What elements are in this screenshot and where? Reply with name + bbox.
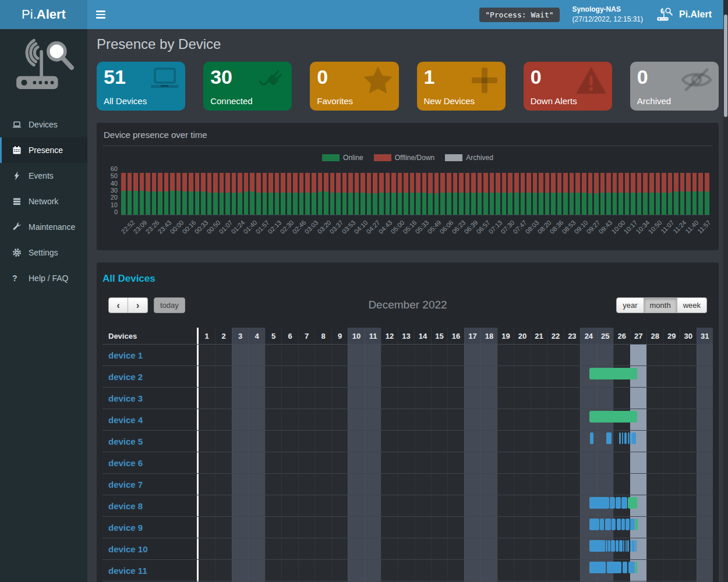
- presence-segment[interactable]: [623, 562, 628, 573]
- day-cell: [564, 517, 580, 538]
- device-link-device-1[interactable]: device 1: [103, 345, 197, 365]
- chart-bar: [238, 165, 242, 215]
- presence-segment[interactable]: [621, 519, 625, 530]
- presence-segment[interactable]: [632, 432, 636, 444]
- sidebar-item-devices[interactable]: Devices: [0, 112, 87, 137]
- presence-segment-online-now[interactable]: [635, 562, 637, 573]
- presence-segment[interactable]: [608, 540, 610, 552]
- calendar-view-week-button[interactable]: week: [677, 297, 707, 313]
- presence-segment[interactable]: [627, 540, 629, 552]
- sidebar-item-presence[interactable]: Presence: [0, 137, 87, 163]
- card-archived[interactable]: 0Archived: [630, 62, 719, 111]
- day-cell: [248, 474, 264, 495]
- sidebar-item-network[interactable]: Network: [0, 189, 87, 214]
- device-link-device-10[interactable]: device 10: [103, 538, 197, 559]
- presence-segment[interactable]: [632, 540, 635, 552]
- presence-segment[interactable]: [606, 432, 612, 444]
- device-link-device-8[interactable]: device 8: [103, 495, 197, 516]
- presence-segment[interactable]: [619, 432, 621, 444]
- presence-segment[interactable]: [616, 497, 621, 509]
- scrollbar-thumb[interactable]: [724, 15, 727, 117]
- day-cell: [680, 474, 696, 495]
- sidebar-item-settings[interactable]: Settings: [0, 240, 87, 265]
- presence-segment[interactable]: [612, 519, 616, 530]
- presence-segment[interactable]: [628, 432, 630, 444]
- device-presence-track: [199, 560, 713, 581]
- device-link-device-11[interactable]: device 11: [103, 560, 197, 581]
- day-cell: [398, 345, 414, 365]
- day-cell: [514, 409, 530, 430]
- presence-segment[interactable]: [611, 540, 615, 552]
- presence-segment[interactable]: [630, 519, 635, 530]
- presence-segment-online-now[interactable]: [589, 368, 638, 379]
- presence-segment[interactable]: [617, 519, 621, 530]
- sidebar-toggle-button[interactable]: [87, 0, 114, 29]
- device-row: device 8: [103, 495, 713, 517]
- day-cell: [281, 517, 298, 538]
- chart-bar: [483, 165, 488, 215]
- presence-segment[interactable]: [622, 432, 623, 444]
- day-header-31: 31: [697, 328, 713, 344]
- presence-segment[interactable]: [589, 540, 605, 552]
- presence-segment[interactable]: [621, 497, 627, 509]
- device-link-device-5[interactable]: device 5: [103, 431, 197, 452]
- card-new-devices[interactable]: 1New Devices: [417, 62, 506, 111]
- day-cell: [564, 366, 580, 387]
- device-link-device-6[interactable]: device 6: [103, 452, 197, 473]
- presence-segment-online-now[interactable]: [635, 519, 638, 530]
- device-link-device-9[interactable]: device 9: [103, 517, 197, 538]
- app-logo[interactable]: Pi.Alert: [0, 0, 87, 29]
- presence-segment[interactable]: [600, 519, 604, 530]
- legend-item-online[interactable]: Online: [322, 154, 363, 162]
- presence-segment[interactable]: [624, 432, 627, 444]
- calendar-view-month-button[interactable]: month: [644, 297, 677, 313]
- presence-segment[interactable]: [610, 497, 615, 509]
- presence-segment[interactable]: [606, 540, 607, 552]
- presence-segment[interactable]: [589, 562, 606, 573]
- presence-segment[interactable]: [589, 519, 599, 530]
- presence-segment[interactable]: [628, 562, 635, 573]
- sidebar-item-maintenance[interactable]: Maintenance: [0, 214, 87, 240]
- presence-segment-online-now[interactable]: [628, 497, 637, 509]
- legend-item-archived[interactable]: Archived: [445, 154, 493, 162]
- sidebar-item-help-faq[interactable]: ?Help / FAQ: [0, 265, 87, 291]
- x-tick-label: 09:10: [573, 219, 589, 235]
- chart-bar: [662, 165, 666, 215]
- day-cell: [215, 452, 231, 473]
- device-row: device 3: [103, 388, 713, 409]
- device-link-device-2[interactable]: device 2: [103, 366, 197, 387]
- presence-segment[interactable]: [635, 540, 637, 552]
- day-cell: [464, 538, 480, 559]
- presence-segment-online-now[interactable]: [589, 411, 638, 423]
- presence-chart-panel: Device presence over time OnlineOffline/…: [97, 123, 719, 250]
- chart-bar: [625, 165, 630, 215]
- presence-segment[interactable]: [619, 540, 623, 552]
- presence-segment[interactable]: [625, 540, 627, 552]
- day-cell: [215, 345, 231, 365]
- presence-segment[interactable]: [590, 432, 594, 444]
- chart-bar: [268, 165, 273, 215]
- card-down-alerts[interactable]: 0Down Alerts: [524, 62, 612, 111]
- presence-segment[interactable]: [630, 540, 631, 552]
- chart-bar: [312, 165, 316, 215]
- card-favorites[interactable]: 0Favorites: [310, 62, 398, 111]
- day-cell: [414, 388, 430, 409]
- card-all-devices[interactable]: 51All Devices: [97, 62, 185, 111]
- presence-segment[interactable]: [625, 519, 629, 530]
- day-cell: [365, 474, 381, 495]
- day-header-15: 15: [431, 328, 447, 344]
- device-link-device-3[interactable]: device 3: [103, 388, 197, 409]
- device-link-device-4[interactable]: device 4: [103, 409, 197, 430]
- presence-segment[interactable]: [589, 497, 609, 509]
- presence-segment[interactable]: [630, 432, 631, 444]
- presence-segment[interactable]: [616, 540, 618, 552]
- sidebar-item-events[interactable]: Events: [0, 163, 87, 189]
- navbar-brand[interactable]: Pi.Alert: [656, 7, 712, 22]
- legend-item-offline-down[interactable]: Offline/Down: [374, 154, 434, 162]
- calendar-view-year-button[interactable]: year: [616, 297, 644, 313]
- card-connected[interactable]: 30Connected: [203, 62, 292, 111]
- presence-segment[interactable]: [605, 519, 611, 530]
- legend-swatch: [445, 154, 462, 161]
- presence-segment[interactable]: [607, 562, 622, 573]
- device-link-device-7[interactable]: device 7: [103, 474, 197, 495]
